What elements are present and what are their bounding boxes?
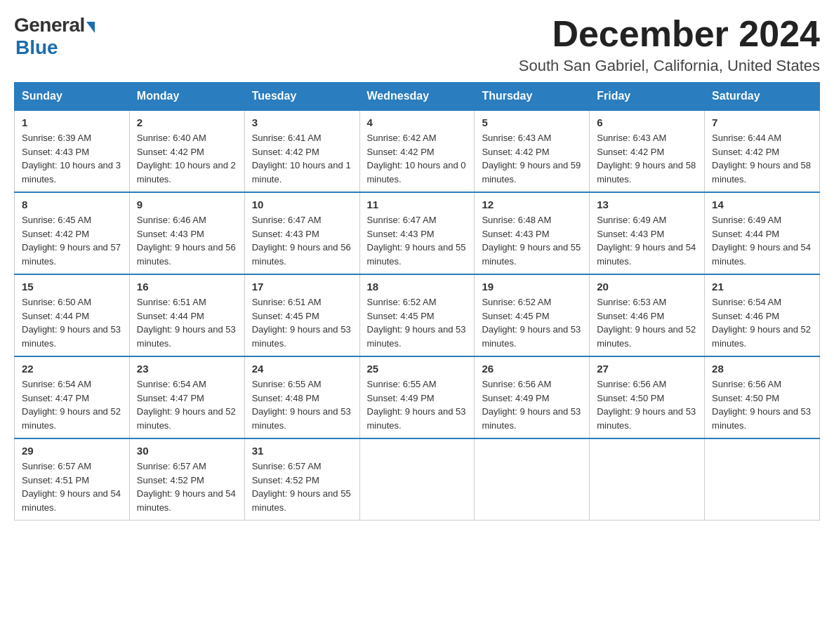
day-info: Sunrise: 6:57 AMSunset: 4:52 PMDaylight:…	[137, 459, 237, 514]
calendar-day-cell: 20Sunrise: 6:53 AMSunset: 4:46 PMDayligh…	[590, 274, 705, 356]
calendar-day-cell	[590, 438, 705, 521]
day-number: 30	[137, 445, 237, 457]
day-number: 17	[252, 281, 352, 293]
calendar-day-cell: 23Sunrise: 6:54 AMSunset: 4:47 PMDayligh…	[129, 356, 244, 438]
calendar-day-cell: 12Sunrise: 6:48 AMSunset: 4:43 PMDayligh…	[475, 192, 590, 274]
calendar-day-cell: 11Sunrise: 6:47 AMSunset: 4:43 PMDayligh…	[359, 192, 475, 274]
calendar-day-cell: 10Sunrise: 6:47 AMSunset: 4:43 PMDayligh…	[244, 192, 359, 274]
day-number: 7	[712, 116, 812, 128]
calendar-day-cell: 13Sunrise: 6:49 AMSunset: 4:43 PMDayligh…	[590, 192, 705, 274]
day-number: 25	[367, 363, 468, 375]
day-number: 24	[252, 363, 352, 375]
day-number: 20	[597, 281, 697, 293]
calendar-day-cell: 30Sunrise: 6:57 AMSunset: 4:52 PMDayligh…	[129, 438, 244, 521]
logo-arrow-icon	[86, 22, 95, 33]
calendar-day-cell: 22Sunrise: 6:54 AMSunset: 4:47 PMDayligh…	[15, 356, 130, 438]
day-info: Sunrise: 6:47 AMSunset: 4:43 PMDaylight:…	[367, 213, 468, 268]
day-number: 19	[482, 281, 582, 293]
calendar-day-cell: 28Sunrise: 6:56 AMSunset: 4:50 PMDayligh…	[705, 356, 820, 438]
day-number: 16	[137, 281, 237, 293]
day-info: Sunrise: 6:45 AMSunset: 4:42 PMDaylight:…	[22, 213, 122, 268]
header-monday: Monday	[129, 83, 244, 111]
day-number: 12	[482, 199, 582, 210]
day-number: 4	[367, 116, 468, 128]
month-title: December 2024	[519, 14, 820, 54]
day-number: 22	[22, 363, 122, 375]
calendar-day-cell	[475, 438, 590, 521]
logo: General Blue	[14, 14, 95, 59]
calendar-day-cell: 31Sunrise: 6:57 AMSunset: 4:52 PMDayligh…	[244, 438, 359, 521]
day-number: 1	[22, 116, 122, 128]
day-number: 28	[712, 363, 812, 375]
calendar-day-cell: 29Sunrise: 6:57 AMSunset: 4:51 PMDayligh…	[15, 438, 130, 521]
calendar-day-cell: 14Sunrise: 6:49 AMSunset: 4:44 PMDayligh…	[705, 192, 820, 274]
day-info: Sunrise: 6:44 AMSunset: 4:42 PMDaylight:…	[712, 131, 812, 186]
day-info: Sunrise: 6:49 AMSunset: 4:43 PMDaylight:…	[597, 213, 697, 268]
day-info: Sunrise: 6:46 AMSunset: 4:43 PMDaylight:…	[137, 213, 237, 268]
logo-general-text: General	[14, 14, 85, 36]
day-info: Sunrise: 6:54 AMSunset: 4:47 PMDaylight:…	[137, 377, 237, 432]
day-number: 23	[137, 363, 237, 375]
calendar-day-cell: 15Sunrise: 6:50 AMSunset: 4:44 PMDayligh…	[15, 274, 130, 356]
day-number: 31	[252, 445, 352, 457]
day-info: Sunrise: 6:55 AMSunset: 4:49 PMDaylight:…	[367, 377, 468, 432]
day-number: 29	[22, 445, 122, 457]
day-number: 15	[22, 281, 122, 293]
day-number: 26	[482, 363, 582, 375]
day-info: Sunrise: 6:41 AMSunset: 4:42 PMDaylight:…	[252, 131, 352, 186]
day-info: Sunrise: 6:54 AMSunset: 4:47 PMDaylight:…	[22, 377, 122, 432]
calendar-day-cell: 17Sunrise: 6:51 AMSunset: 4:45 PMDayligh…	[244, 274, 359, 356]
day-number: 18	[367, 281, 468, 293]
header-sunday: Sunday	[15, 83, 130, 111]
day-info: Sunrise: 6:56 AMSunset: 4:49 PMDaylight:…	[482, 377, 582, 432]
calendar-week-4: 22Sunrise: 6:54 AMSunset: 4:47 PMDayligh…	[15, 356, 820, 438]
day-number: 10	[252, 199, 352, 210]
calendar-day-cell: 27Sunrise: 6:56 AMSunset: 4:50 PMDayligh…	[590, 356, 705, 438]
header-tuesday: Tuesday	[244, 83, 359, 111]
day-number: 3	[252, 116, 352, 128]
calendar-day-cell: 3Sunrise: 6:41 AMSunset: 4:42 PMDaylight…	[244, 110, 359, 192]
day-number: 14	[712, 199, 812, 210]
day-info: Sunrise: 6:57 AMSunset: 4:52 PMDaylight:…	[252, 459, 352, 514]
day-number: 2	[137, 116, 237, 128]
day-info: Sunrise: 6:47 AMSunset: 4:43 PMDaylight:…	[252, 213, 352, 268]
day-info: Sunrise: 6:54 AMSunset: 4:46 PMDaylight:…	[712, 295, 812, 350]
day-number: 9	[137, 199, 237, 210]
calendar-day-cell: 2Sunrise: 6:40 AMSunset: 4:42 PMDaylight…	[129, 110, 244, 192]
calendar-day-cell	[705, 438, 820, 521]
calendar-day-cell: 19Sunrise: 6:52 AMSunset: 4:45 PMDayligh…	[475, 274, 590, 356]
header-wednesday: Wednesday	[359, 83, 475, 111]
calendar-day-cell: 16Sunrise: 6:51 AMSunset: 4:44 PMDayligh…	[129, 274, 244, 356]
day-info: Sunrise: 6:51 AMSunset: 4:45 PMDaylight:…	[252, 295, 352, 350]
calendar-week-5: 29Sunrise: 6:57 AMSunset: 4:51 PMDayligh…	[15, 438, 820, 521]
calendar-day-cell: 26Sunrise: 6:56 AMSunset: 4:49 PMDayligh…	[475, 356, 590, 438]
day-info: Sunrise: 6:50 AMSunset: 4:44 PMDaylight:…	[22, 295, 122, 350]
calendar-week-1: 1Sunrise: 6:39 AMSunset: 4:43 PMDaylight…	[15, 110, 820, 192]
calendar-day-cell: 21Sunrise: 6:54 AMSunset: 4:46 PMDayligh…	[705, 274, 820, 356]
calendar-day-cell: 18Sunrise: 6:52 AMSunset: 4:45 PMDayligh…	[359, 274, 475, 356]
calendar-day-cell: 9Sunrise: 6:46 AMSunset: 4:43 PMDaylight…	[129, 192, 244, 274]
calendar-day-cell: 4Sunrise: 6:42 AMSunset: 4:42 PMDaylight…	[359, 110, 475, 192]
header-saturday: Saturday	[705, 83, 820, 111]
calendar-header-row: SundayMondayTuesdayWednesdayThursdayFrid…	[15, 83, 820, 111]
day-info: Sunrise: 6:39 AMSunset: 4:43 PMDaylight:…	[22, 131, 122, 186]
day-number: 8	[22, 199, 122, 210]
day-info: Sunrise: 6:52 AMSunset: 4:45 PMDaylight:…	[482, 295, 582, 350]
day-number: 13	[597, 199, 697, 210]
day-info: Sunrise: 6:57 AMSunset: 4:51 PMDaylight:…	[22, 459, 122, 514]
calendar-week-3: 15Sunrise: 6:50 AMSunset: 4:44 PMDayligh…	[15, 274, 820, 356]
day-info: Sunrise: 6:56 AMSunset: 4:50 PMDaylight:…	[597, 377, 697, 432]
day-info: Sunrise: 6:53 AMSunset: 4:46 PMDaylight:…	[597, 295, 697, 350]
day-number: 21	[712, 281, 812, 293]
day-info: Sunrise: 6:49 AMSunset: 4:44 PMDaylight:…	[712, 213, 812, 268]
day-info: Sunrise: 6:43 AMSunset: 4:42 PMDaylight:…	[482, 131, 582, 186]
day-info: Sunrise: 6:42 AMSunset: 4:42 PMDaylight:…	[367, 131, 468, 186]
day-info: Sunrise: 6:43 AMSunset: 4:42 PMDaylight:…	[597, 131, 697, 186]
calendar-day-cell: 7Sunrise: 6:44 AMSunset: 4:42 PMDaylight…	[705, 110, 820, 192]
day-info: Sunrise: 6:52 AMSunset: 4:45 PMDaylight:…	[367, 295, 468, 350]
calendar-day-cell: 1Sunrise: 6:39 AMSunset: 4:43 PMDaylight…	[15, 110, 130, 192]
day-info: Sunrise: 6:48 AMSunset: 4:43 PMDaylight:…	[482, 213, 582, 268]
day-info: Sunrise: 6:51 AMSunset: 4:44 PMDaylight:…	[137, 295, 237, 350]
header-thursday: Thursday	[475, 83, 590, 111]
title-block: December 2024 South San Gabriel, Califor…	[519, 14, 820, 75]
